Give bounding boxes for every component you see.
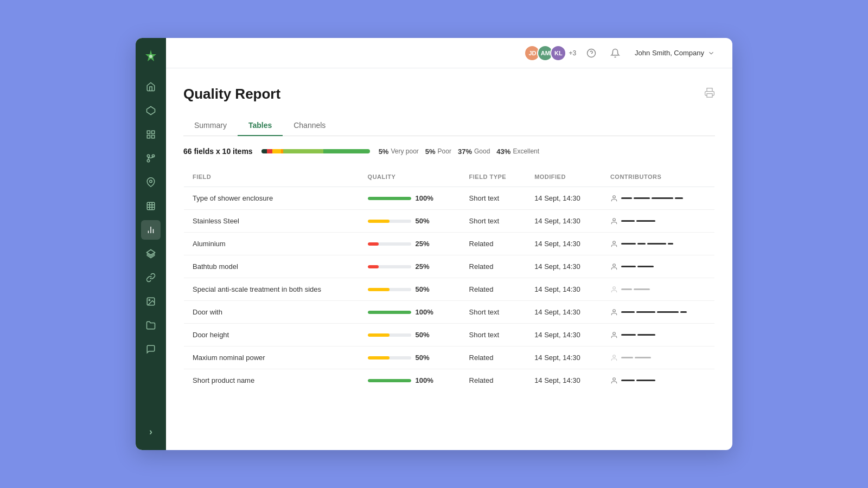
person-icon — [610, 354, 618, 362]
field-name-cell: Stainless Steel — [184, 210, 359, 233]
sidebar-tag[interactable] — [141, 101, 161, 120]
svg-rect-5 — [147, 136, 150, 138]
sidebar-link[interactable] — [141, 268, 161, 287]
notification-button[interactable] — [607, 44, 624, 62]
quality-bar-row: 66 fields x 10 items 5% Very poor 5% — [183, 147, 715, 156]
contrib-bar — [621, 220, 635, 222]
svg-point-32 — [613, 377, 616, 380]
sidebar-layers[interactable] — [141, 125, 161, 144]
table-row[interactable]: Maxium nominal power 50% Related 14 Sept… — [184, 346, 715, 369]
contrib-bar — [621, 311, 635, 313]
contributors-cell — [602, 346, 715, 369]
contrib-bar — [621, 380, 635, 381]
contrib-bar — [621, 334, 636, 336]
legend-excellent-label: Excellent — [513, 147, 539, 155]
field-type-cell: Short text — [461, 187, 526, 210]
sidebar-git[interactable] — [141, 149, 161, 168]
sidebar-grid[interactable] — [141, 196, 161, 216]
quality-fill — [368, 242, 379, 246]
field-name-cell: Maxium nominal power — [184, 346, 359, 369]
user-menu[interactable]: John Smith, Company — [630, 47, 719, 59]
contrib-bar — [636, 311, 655, 313]
sidebar-chat[interactable] — [141, 339, 161, 359]
sidebar-stack[interactable] — [141, 244, 161, 264]
table-row[interactable]: Stainless Steel 50% Short text 14 Sept, … — [184, 210, 715, 233]
person-icon — [610, 195, 618, 202]
legend-excellent: 43% Excellent — [496, 147, 539, 156]
col-contributors: CONTRIBUTORS — [602, 167, 715, 187]
help-button[interactable] — [583, 44, 600, 62]
quality-cell: 50% — [359, 346, 461, 369]
field-type-cell: Short text — [461, 210, 526, 233]
table-row[interactable]: Bathtub model 25% Related 14 Sept, 14:30 — [184, 255, 715, 278]
contrib-bars — [621, 357, 652, 358]
quality-bar-visual — [368, 333, 411, 337]
app-logo[interactable] — [141, 47, 161, 66]
tab-tables[interactable]: Tables — [238, 115, 283, 136]
tab-summary[interactable]: Summary — [183, 115, 238, 136]
contrib-bars — [621, 197, 683, 199]
sidebar-location[interactable] — [141, 172, 161, 192]
tab-channels[interactable]: Channels — [283, 115, 336, 136]
contributors-cell — [602, 233, 715, 255]
svg-point-24 — [613, 195, 616, 198]
quality-cell: 50% — [359, 210, 461, 233]
contributors-cell — [602, 369, 715, 392]
table-row[interactable]: Type of shower enclosure 100% Short text… — [184, 187, 715, 210]
contributors-cell — [602, 324, 715, 346]
person-icon — [610, 217, 618, 225]
contrib-bar — [637, 266, 654, 267]
quality-fill — [368, 356, 390, 359]
table-row[interactable]: Door with 100% Short text 14 Sept, 14:30 — [184, 301, 715, 324]
quality-pct: 25% — [416, 262, 435, 271]
quality-legend: 5% Very poor 5% Poor 37% Good 43% Excell… — [379, 147, 539, 156]
person-icon — [610, 240, 618, 248]
print-icon — [704, 87, 715, 98]
avatar-count: +3 — [569, 49, 576, 57]
sidebar-image[interactable] — [141, 292, 161, 311]
contributors-cell — [602, 278, 715, 301]
quality-fill — [368, 288, 390, 291]
svg-point-25 — [613, 218, 616, 221]
contrib-bar — [636, 220, 655, 222]
svg-point-31 — [613, 355, 616, 357]
quality-cell: 100% — [359, 301, 461, 324]
svg-point-29 — [613, 309, 616, 312]
table-row[interactable]: Special anti-scale treatment in both sid… — [184, 278, 715, 301]
quality-cell: 50% — [359, 324, 461, 346]
sidebar-folder[interactable] — [141, 316, 161, 335]
sidebar-home[interactable] — [141, 77, 161, 97]
contrib-bar — [621, 266, 636, 267]
quality-fill — [368, 311, 411, 314]
contributors-cell — [602, 301, 715, 324]
table-row[interactable]: Aluminium 25% Related 14 Sept, 14:30 — [184, 233, 715, 255]
svg-point-27 — [613, 264, 616, 266]
svg-point-30 — [613, 332, 616, 335]
svg-point-26 — [613, 241, 616, 243]
page-title: Quality Report — [183, 86, 280, 102]
print-button[interactable] — [704, 87, 715, 101]
quality-progress-bar — [261, 149, 370, 153]
field-type-cell: Related — [461, 233, 526, 255]
contrib-bar — [637, 243, 646, 245]
table-row[interactable]: Door height 50% Short text 14 Sept, 14:3… — [184, 324, 715, 346]
main-content: JD AM KL +3 John Smith, Company — [166, 38, 732, 450]
svg-point-0 — [149, 55, 152, 58]
contrib-bar — [635, 357, 651, 358]
sidebar-chevron[interactable]: › — [141, 422, 161, 441]
quality-pct: 100% — [416, 194, 435, 202]
field-type-cell: Related — [461, 346, 526, 369]
table-row[interactable]: Short product name 100% Related 14 Sept,… — [184, 369, 715, 392]
sidebar-chart[interactable] — [141, 220, 161, 240]
user-name: John Smith, Company — [635, 49, 704, 57]
page-body: Quality Report Summary Tables Channels 6… — [166, 68, 732, 450]
contrib-bar — [634, 197, 650, 199]
quality-fill — [368, 333, 390, 337]
qbar-lightgreen — [283, 149, 323, 153]
modified-cell: 14 Sept, 14:30 — [526, 301, 602, 324]
avatar-group: JD AM KL +3 — [524, 45, 576, 61]
quality-table: FIELD QUALITY FIELD TYPE MODIFIED CONTRI… — [183, 166, 715, 392]
contrib-bars — [621, 220, 655, 222]
legend-good-pct: 37% — [458, 147, 472, 156]
quality-bar-visual — [368, 379, 411, 382]
